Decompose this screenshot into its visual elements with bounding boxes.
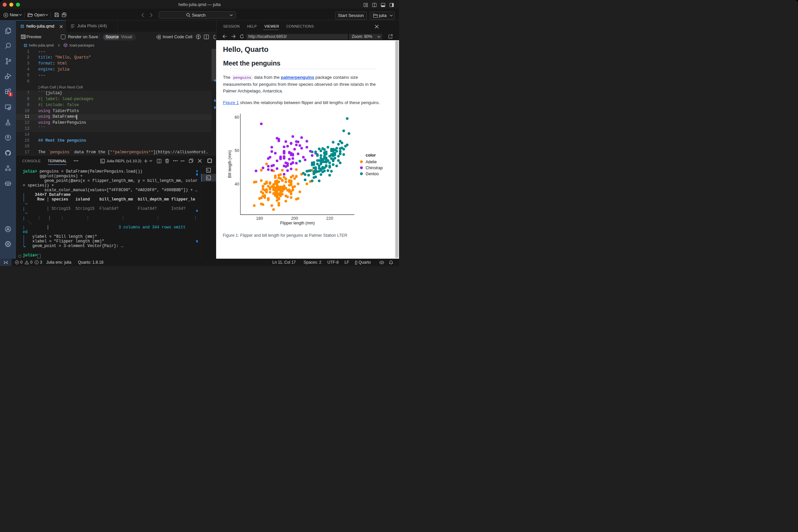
svg-text:60: 60 [235,115,240,120]
svg-text:color: color [366,153,376,158]
svg-text:Gentoo: Gentoo [366,172,379,176]
svg-text:Flipper length (mm): Flipper length (mm) [280,221,315,225]
svg-text:Adelie: Adelie [366,159,377,164]
svg-text:Bill length (mm): Bill length (mm) [227,150,232,178]
svg-text:Chinstrap: Chinstrap [366,166,383,170]
svg-text:180: 180 [256,216,263,221]
svg-text:220: 220 [326,216,333,221]
svg-text:50: 50 [235,148,240,153]
svg-text:200: 200 [291,216,298,221]
svg-text:40: 40 [235,182,240,187]
